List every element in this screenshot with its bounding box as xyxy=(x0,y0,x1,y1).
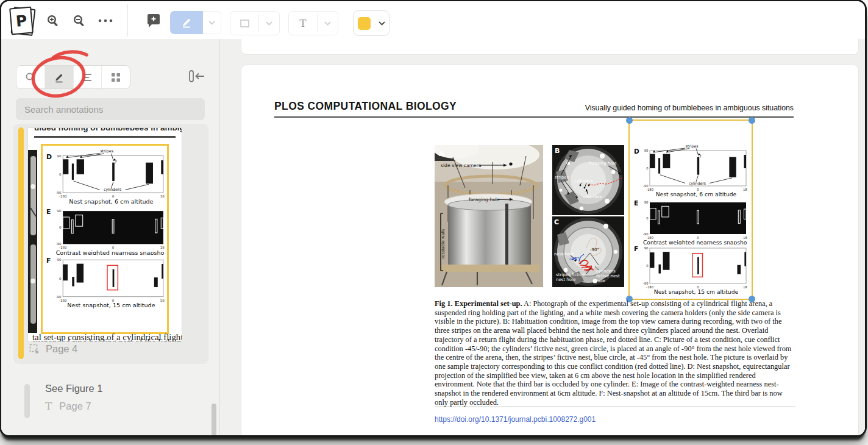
grid-icon xyxy=(111,73,121,82)
annotation-highlight-bar xyxy=(18,127,24,359)
thumbnail-caption-line-clipped: suspended ring holding part of the light… xyxy=(32,337,182,341)
svg-text:-180: -180 xyxy=(59,299,67,302)
cylinders-fictive-label-3: hole xyxy=(596,279,605,283)
pen-icon xyxy=(180,16,193,29)
sidebar-scrollbar-thumb[interactable] xyxy=(212,404,216,435)
foraging-hole-label: foraging-hole xyxy=(469,197,500,202)
selection-box[interactable] xyxy=(628,119,753,300)
color-picker-dropdown[interactable] xyxy=(374,11,389,35)
add-comment-button[interactable] xyxy=(142,9,165,32)
chevron-down-icon xyxy=(266,21,272,26)
shape-tool-group xyxy=(230,11,280,35)
foraging-hole-label: foraging-hole xyxy=(589,161,616,166)
logo-letter: P xyxy=(9,7,34,35)
selection-handle-top-left[interactable] xyxy=(626,117,633,124)
stripes-label: stripes xyxy=(555,175,569,180)
svg-text:90: 90 xyxy=(57,209,62,213)
chevron-down-icon xyxy=(324,21,331,26)
svg-text:0: 0 xyxy=(59,226,62,229)
svg-text:180: 180 xyxy=(160,194,165,198)
annotation-card-area-highlight[interactable]: uided homing of bumblebees in ambiguous … xyxy=(13,124,208,364)
panel-letter-b: B xyxy=(555,147,560,155)
svg-text:stripes: stripes xyxy=(100,149,113,154)
figure-photo-b: B stripes foraging-hole cylinders nest-h… xyxy=(552,145,624,215)
figure-photo-c: C nest-hole -45° -90° stripes fictive ne… xyxy=(552,216,624,287)
annotation-page-row: Page 4 xyxy=(29,343,77,355)
figure-caption-body: A: Photograph of the experimental set-up… xyxy=(435,299,792,407)
angle-90-label: -90° xyxy=(590,247,599,252)
journal-header: PLOS COMPUTATIONAL BIOLOGY xyxy=(274,100,457,113)
shape-tool-button[interactable] xyxy=(230,12,258,35)
annotation-page-label: Page 4 xyxy=(46,343,77,355)
more-options-button[interactable] xyxy=(94,9,117,32)
annotation-item-text[interactable]: See Figure 1 T Page 7 xyxy=(13,380,208,423)
svg-text:90: 90 xyxy=(57,258,62,262)
zoom-out-button[interactable] xyxy=(68,9,91,32)
svg-text:Nest snapshot, 6 cm altitude: Nest snapshot, 6 cm altitude xyxy=(69,198,153,205)
caption-rule xyxy=(435,407,795,407)
tab-search[interactable] xyxy=(16,66,44,88)
svg-text:Nest snapshot, 15 cm altitude: Nest snapshot, 15 cm altitude xyxy=(67,302,155,309)
tab-pen-annotations[interactable] xyxy=(44,66,73,88)
chevron-down-icon xyxy=(208,21,215,25)
selection-handle-top-right[interactable] xyxy=(749,117,755,124)
svg-text:0: 0 xyxy=(59,173,62,176)
zoom-in-button[interactable] xyxy=(41,9,65,32)
text-tool-button[interactable]: T xyxy=(289,12,317,35)
sidebar: uided homing of bumblebees in ambiguous … xyxy=(1,39,220,435)
color-picker-group xyxy=(353,10,390,36)
toolbar-divider xyxy=(127,4,128,37)
text-tool-group: T xyxy=(288,11,338,35)
svg-text:D: D xyxy=(46,153,52,161)
thumbnail-panel-d: D900-90-1800180Nest snapshot, 6 cm altit… xyxy=(45,147,165,208)
svg-text:cylinders: cylinders xyxy=(104,187,122,192)
figure-caption: Fig 1. Experimental set-up. A: Photograp… xyxy=(435,299,795,407)
rectangle-icon xyxy=(240,20,249,27)
nest-hole-label: nest-hole xyxy=(583,194,602,199)
panel-letter-c: C xyxy=(554,218,559,226)
thumbnail-highlight-box: D900-90-1800180Nest snapshot, 6 cm altit… xyxy=(41,144,169,334)
stripes-fictive-label-2: nest hole xyxy=(556,277,575,282)
tab-list[interactable] xyxy=(73,66,102,88)
app-logo[interactable]: P xyxy=(9,6,35,35)
doi-link[interactable]: https://doi.org/10.1371/journal.pcbi.100… xyxy=(435,415,596,424)
app-window: P xyxy=(1,1,865,435)
annotation-filter-tabs xyxy=(16,65,130,89)
side-view-camera-label: side view camera xyxy=(441,163,482,168)
pen-tool-dropdown[interactable] xyxy=(203,11,221,34)
svg-text:?: ? xyxy=(115,159,117,165)
svg-text:90: 90 xyxy=(57,154,62,158)
cylinders-fictive-label-2: fictive nest xyxy=(596,274,620,279)
ellipsis-icon xyxy=(98,18,113,23)
collapse-sidebar-button[interactable] xyxy=(188,69,206,84)
thumbnail-photo-strip xyxy=(28,150,37,333)
annotation-thumbnail[interactable]: uided homing of bumblebees in ambiguous … xyxy=(28,128,182,341)
thumbnail-panel-e: E900-90-1800180Contrast weighted nearnes… xyxy=(45,209,165,255)
thumbnail-header-text: uided homing of bumblebees in ambiguous xyxy=(34,128,182,132)
svg-text:-180: -180 xyxy=(59,194,67,198)
color-swatch xyxy=(358,17,371,30)
thumbnail-rule xyxy=(34,136,176,138)
tab-grid[interactable] xyxy=(101,66,130,88)
thumbnail-panel-f: F900-90-1800180Nest snapshot, 15 cm alti… xyxy=(45,256,165,310)
svg-text:180: 180 xyxy=(160,299,165,302)
stripes-fictive-label-1: stripes fictive xyxy=(556,272,585,277)
annotation-page-label: Page 7 xyxy=(59,400,91,412)
search-annotations-input[interactable] xyxy=(16,98,205,120)
annotation-page-row: T Page 7 xyxy=(45,400,91,412)
area-highlight-icon xyxy=(29,344,40,354)
annotation-gray-bar xyxy=(24,384,30,418)
figure-photo-a: A side view camera foraging-hole rotatab… xyxy=(435,145,543,287)
color-picker-button[interactable] xyxy=(354,11,374,35)
pencil-icon xyxy=(54,72,65,83)
pen-tool-button[interactable] xyxy=(170,11,203,34)
svg-text:F: F xyxy=(46,257,51,265)
header-rule xyxy=(274,116,794,118)
shape-tool-dropdown[interactable] xyxy=(259,12,279,35)
running-title: Visually guided homing of bumblebees in … xyxy=(585,104,794,112)
angle-45-label: -45° xyxy=(569,257,579,262)
text-tool-dropdown[interactable] xyxy=(318,12,338,35)
main-content: PLOS COMPUTATIONAL BIOLOGY Visually guid… xyxy=(220,39,865,435)
rotatable-walls-label: rotatable walls xyxy=(441,229,446,258)
toolbar: P xyxy=(1,1,865,39)
